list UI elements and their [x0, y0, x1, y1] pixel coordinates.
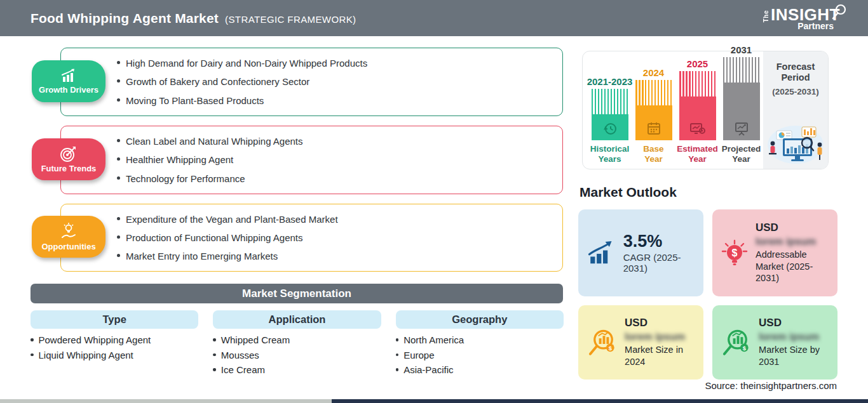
projection-board-icon — [733, 121, 750, 137]
bar-year-label: 2021-2023 — [587, 76, 633, 87]
caption-line1: Projected — [722, 144, 761, 154]
bullet-dot — [117, 98, 120, 102]
svg-text:$: $ — [743, 345, 747, 352]
card-label: Market Size by 2031 — [759, 344, 831, 368]
bottom-strip-navy — [332, 399, 868, 403]
timeline-bar-historical: 2021-2023 Historical Years — [591, 76, 628, 164]
list-item: Market Entry into Emerging Markets — [117, 251, 562, 261]
list-item: Asia-Pacific — [396, 364, 564, 375]
item-text: Asia-Pacific — [403, 364, 453, 375]
segmentation-column-geography: Geography North America Europe Asia-Paci… — [396, 310, 564, 375]
list-item: Liquid Whipping Agent — [31, 350, 198, 360]
column-list: Whipped Cream Mousses Ice Cream — [213, 334, 381, 375]
segmentation-columns: Type Powdered Whipping Agent Liquid Whip… — [31, 310, 564, 375]
caption-line1: Estimated — [677, 144, 718, 154]
svg-text:$: $ — [732, 248, 738, 258]
estimate-monitor-icon — [689, 121, 707, 137]
list-item: Growth of Bakery and Confectionery Secto… — [117, 76, 562, 87]
item-text: Powdered Whipping Agent — [39, 334, 151, 345]
bullet-dot — [117, 61, 120, 64]
infographic-page: Food Whipping Agent Market (STRATEGIC FR… — [0, 0, 868, 403]
bullet-dot — [117, 79, 120, 83]
list-item: High Demand for Dairy and Non-Dairy Whip… — [117, 58, 562, 69]
market-outlook-cards: 3.5% CAGR (2025-2031) $ USD lorem ipsum … — [578, 209, 837, 380]
bullet-dot — [396, 368, 399, 371]
card-text: USD lorem ipsum Market Size by 2031 — [759, 317, 831, 368]
timeline-panel: Forecast Period (2025-2031) — [582, 51, 829, 169]
logo-partners-text: Partners — [797, 22, 834, 30]
history-clock-icon — [602, 121, 618, 137]
list-item: Expenditure of the Vegan and Plant-Based… — [117, 214, 562, 225]
item-text: Whipped Cream — [221, 334, 290, 345]
header-titles: Food Whipping Agent Market (STRATEGIC FR… — [31, 11, 356, 26]
page-title: Food Whipping Agent Market — [31, 11, 219, 26]
header-bar: Food Whipping Agent Market (STRATEGIC FR… — [0, 0, 868, 36]
bullet-text: Expenditure of the Vegan and Plant-Based… — [126, 214, 338, 225]
timeline-bars: 2021-2023 Historical Years — [591, 44, 760, 164]
timeline-bar-base: 2024 — [635, 67, 672, 164]
magnifier-chart-orange-icon: $ — [586, 327, 618, 359]
opportunities-badge: Opportunities — [32, 216, 105, 258]
bar-caption: Base Year — [643, 144, 663, 164]
logo-insight-text: INSIGHT — [771, 6, 840, 23]
segmentation-title: Market Segmentation — [242, 287, 351, 300]
bullet-text: Growth of Bakery and Confectionery Secto… — [126, 76, 309, 87]
column-list: Powdered Whipping Agent Liquid Whipping … — [31, 334, 198, 360]
bullet-dot — [213, 368, 216, 371]
list-item: Mousses — [213, 350, 381, 360]
bar-year-label: 2025 — [687, 58, 708, 69]
caption-line1: Base — [643, 144, 663, 154]
bar-shape — [679, 71, 716, 140]
list-item: Ice Cream — [213, 364, 381, 375]
market-outlook-title: Market Outlook — [580, 185, 677, 200]
bar-shape — [635, 80, 672, 140]
market-size-2024-card: $ USD lorem ipsum Market Size in 2024 — [578, 305, 703, 380]
list-item: Technology for Performance — [117, 173, 562, 184]
caption-line2: Years — [590, 154, 630, 164]
bullet-dot — [117, 235, 120, 239]
bar-striped-cap — [592, 89, 628, 114]
cagr-label: CAGR (2025-2031) — [623, 252, 697, 274]
bullet-text: Healthier Whipping Agent — [126, 154, 233, 165]
calendar-icon — [646, 121, 662, 137]
growth-drivers-badge: Growth Drivers — [32, 60, 105, 102]
bullet-text: Clean Label and Natural Whipping Agents — [126, 136, 303, 147]
timeline-bar-estimated: 2025 Estimated Year — [679, 58, 716, 164]
source-attribution: Source: theinsightpartners.com — [705, 380, 837, 391]
forecast-period-panel: Forecast Period (2025-2031) — [763, 51, 828, 169]
card-label: Addressable Market (2025-2031) — [756, 249, 829, 285]
bullet-dot — [396, 338, 399, 341]
bullet-dot — [31, 338, 34, 341]
bar-year-label: 2024 — [643, 67, 664, 78]
svg-text:$: $ — [609, 345, 613, 352]
bar-caption: Historical Years — [590, 144, 630, 164]
list-item: Production of Functional Whipping Agents — [117, 232, 562, 243]
card-text: USD lorem ipsum Market Size in 2024 — [625, 317, 697, 368]
company-logo: The INSIGHT Partners — [763, 6, 849, 30]
cagr-value: 3.5% — [623, 232, 697, 250]
caption-line2: Year — [722, 154, 761, 164]
badge-label: Opportunities — [41, 242, 95, 251]
bar-caption: Projected Year — [722, 144, 761, 164]
market-size-2031-card: $ USD lorem ipsum Market Size by 2031 — [712, 305, 837, 380]
currency-label: USD — [759, 317, 831, 329]
bullet-dot — [117, 217, 120, 220]
growth-chart-icon — [59, 68, 78, 84]
bullet-text: Production of Functional Whipping Agents — [126, 232, 303, 243]
list-item: Whipped Cream — [213, 334, 381, 345]
card-text: USD lorem ipsum Addressable Market (2025… — [756, 221, 829, 285]
bar-caption: Estimated Year — [677, 144, 718, 164]
segmentation-column-application: Application Whipped Cream Mousses Ice Cr… — [213, 310, 381, 375]
list-item: North America — [396, 334, 564, 345]
bar-shape — [723, 57, 760, 140]
list-item: Healthier Whipping Agent — [117, 154, 562, 165]
column-header: Geography — [396, 310, 564, 329]
item-text: Mousses — [221, 350, 259, 360]
bulb-hand-icon — [59, 222, 78, 241]
column-list: North America Europe Asia-Pacific — [396, 334, 564, 375]
item-text: Ice Cream — [221, 364, 265, 375]
bar-body — [635, 105, 672, 140]
bullet-text: Moving To Plant-Based Products — [126, 95, 264, 106]
bar-body — [679, 96, 716, 140]
list-item: Moving To Plant-Based Products — [117, 95, 562, 106]
